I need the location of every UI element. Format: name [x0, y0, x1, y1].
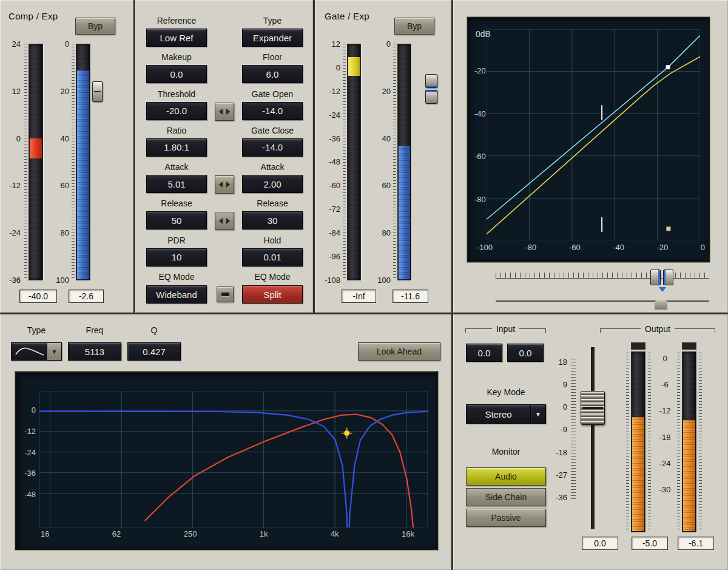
param-value-button[interactable]: -14.0 [242, 102, 303, 120]
comp-bypass-button[interactable]: Byp [75, 18, 115, 35]
slider-handle-right[interactable] [663, 270, 673, 285]
gate-bypass-button[interactable]: Byp [394, 18, 434, 35]
left-arrow-icon [219, 182, 223, 188]
handle-groove [94, 91, 101, 92]
param-value-button[interactable]: 1.80:1 [146, 138, 207, 157]
floor-slider-handle[interactable] [655, 297, 667, 310]
eq-band-handle[interactable] [342, 428, 352, 439]
tick-label: -48 [318, 157, 340, 166]
eq-mode-wideband-button[interactable]: Wideband [146, 285, 207, 304]
param-value-button[interactable]: Expander [242, 29, 303, 47]
param-row: Release 30 [240, 196, 305, 232]
param-value-button[interactable]: 0.0 [146, 65, 207, 83]
look-ahead-button[interactable]: Look Ahead [358, 342, 440, 361]
param-value-button[interactable]: 10 [146, 248, 207, 266]
tick-label: 0 [52, 39, 69, 49]
transfer-grid [487, 29, 700, 240]
bracket-line [465, 328, 492, 333]
param-value-button[interactable]: 2.00 [242, 175, 303, 193]
tick-label: 20 [372, 87, 391, 96]
comp-threshold-handle[interactable] [92, 81, 103, 102]
gate-open-handle[interactable] [425, 74, 437, 88]
param-value-button[interactable]: 30 [242, 211, 303, 229]
param-value-button[interactable]: 0.01 [242, 248, 303, 266]
param-row: Reference Low Ref [144, 13, 209, 50]
handle-dot-icon[interactable] [344, 430, 349, 436]
gate-transfer-curve[interactable] [487, 56, 700, 234]
release-link-button[interactable] [215, 212, 234, 230]
fader-track[interactable] [591, 347, 595, 529]
curve-handle[interactable] [666, 65, 670, 69]
comp-gr-readout: -40.0 [19, 290, 57, 303]
curve-handle-square-icon[interactable] [666, 65, 670, 69]
key-mode-dropdown[interactable]: Stereo ▼ [466, 404, 546, 424]
eq-mode-label-right: EQ Mode [240, 272, 305, 282]
attack-link-button[interactable] [215, 175, 234, 194]
tick-label: -30 [653, 485, 676, 494]
fader-readout: 0.0 [582, 537, 618, 550]
tick-label: 12 [318, 39, 340, 49]
tick-label: 0 [701, 243, 705, 252]
eq-freq-value[interactable]: 5113 [68, 342, 121, 361]
param-value-button[interactable]: 5.01 [146, 175, 207, 193]
transfer-plot[interactable] [487, 29, 700, 240]
threshold-link-button[interactable] [215, 103, 234, 121]
param-row: Release 50 [144, 196, 209, 232]
input-right-value[interactable]: 0.0 [507, 344, 544, 362]
eq-plot[interactable] [39, 391, 428, 528]
tick-label: 24 [1, 39, 21, 49]
param-row: Makeup 0.0 [144, 50, 209, 86]
dropdown-arrow-icon[interactable]: ▼ [47, 343, 61, 360]
tick-label: -84 [318, 228, 340, 237]
comp-transfer-curve[interactable] [487, 35, 700, 219]
tick-label: -48 [19, 490, 36, 499]
tick-label: 80 [52, 228, 69, 237]
right-arrow-icon [226, 109, 230, 115]
tick-label: -96 [318, 252, 340, 261]
eq-section: Type Freq Q ▼ 5113 0.427 Look Ahead 0-12… [0, 314, 451, 570]
eq-type-label: Type [11, 325, 62, 335]
eq-type-dropdown[interactable]: ▼ [11, 342, 62, 361]
comp-gr-fill [30, 138, 42, 158]
tick-label: -36 [19, 469, 36, 478]
params-left-column: Reference Low Ref Makeup 0.0 Threshold -… [144, 13, 209, 270]
tick-label: -9 [549, 425, 567, 434]
param-value-button[interactable]: 50 [146, 211, 207, 229]
gate-level-fill [399, 146, 410, 279]
monitor-side-chain-button[interactable]: Side Chain [466, 488, 546, 506]
param-value-button[interactable]: Low Ref [146, 29, 207, 47]
floor-marker-icon[interactable] [666, 226, 670, 231]
input-label: Input [492, 324, 519, 334]
output-fader-knob[interactable] [581, 391, 605, 425]
gate-gr-scale: 120-12-24-36-48-60-72-84-96-108 [318, 39, 340, 285]
param-value-button[interactable]: -20.0 [146, 102, 207, 120]
bracket-line [675, 328, 715, 333]
output-label: Output [641, 324, 675, 334]
output-left-readout: -5.0 [632, 537, 668, 550]
main-notch-curve[interactable] [39, 411, 428, 528]
param-label: Gate Open [252, 89, 294, 99]
gate-close-handle[interactable] [425, 90, 437, 104]
param-value-button[interactable]: 6.0 [242, 65, 303, 83]
input-left-value[interactable]: 0.0 [466, 344, 502, 362]
slider-handle-left[interactable] [650, 270, 661, 285]
gate-open-close-handles[interactable] [425, 74, 437, 104]
tick-label: -12 [19, 427, 36, 436]
param-row: Gate Close -14.0 [240, 123, 305, 160]
monitor-audio-button[interactable]: Audio [466, 467, 546, 486]
dropdown-arrow-icon[interactable]: ▼ [530, 405, 545, 423]
comp-section: Comp / Exp Byp 24120-12-24-36 0204060801… [0, 0, 133, 313]
bracket-line [600, 328, 641, 333]
eq-mode-link-button[interactable] [217, 287, 234, 302]
eq-mode-split-button[interactable]: Split [242, 285, 303, 304]
gate-level-meter-right [397, 44, 411, 280]
param-label: Gate Close [251, 126, 294, 135]
param-value-button[interactable]: -14.0 [242, 138, 303, 157]
input-group: Input [465, 324, 546, 334]
monitor-passive-button[interactable]: Passive [466, 509, 546, 527]
threshold-slider-handles[interactable] [650, 270, 675, 287]
tick-label: 100 [372, 276, 391, 285]
eq-q-value[interactable]: 0.427 [127, 342, 181, 361]
tick-label: 16k [402, 529, 414, 538]
io-section: Input 0.0 0.0 Key Mode Stereo ▼ Monitor … [453, 314, 728, 570]
